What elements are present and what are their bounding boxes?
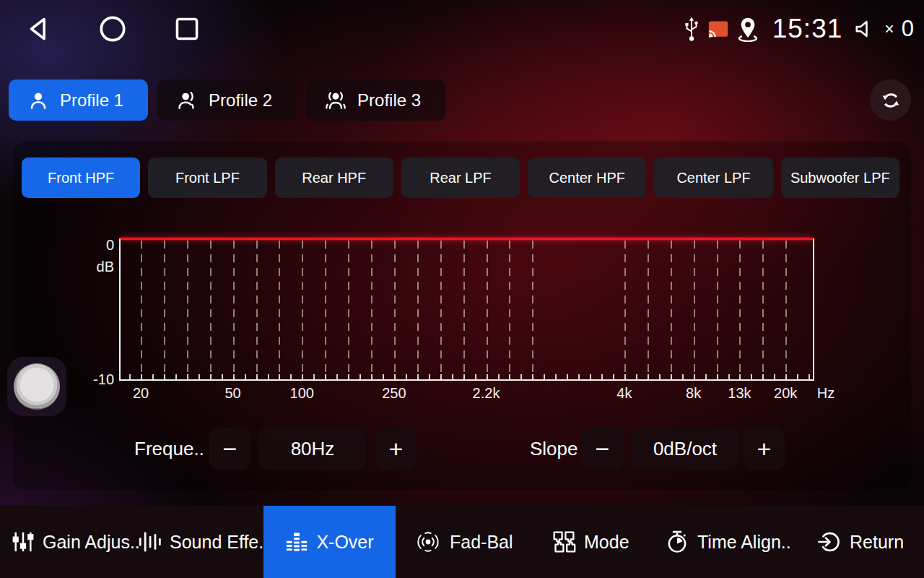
- frequency-gridline: [302, 241, 303, 379]
- plus-icon: +: [389, 435, 404, 463]
- frequency-gridline: [141, 241, 142, 379]
- x-axis-tick: [175, 374, 177, 379]
- x-axis-tick-label: 100: [290, 385, 314, 402]
- x-axis-tick: [302, 374, 303, 379]
- frequency-gridline: [624, 241, 626, 379]
- x-axis-tick: [336, 374, 338, 379]
- tab-label: Center HPF: [549, 170, 625, 186]
- tab-center-hpf[interactable]: Center HPF: [528, 158, 646, 198]
- x-axis-tick: [371, 374, 372, 379]
- x-axis-tick: [406, 374, 407, 379]
- person-group-icon: [325, 90, 346, 111]
- nav-label: Time Align..: [697, 532, 791, 553]
- y-axis-unit-label: dB: [81, 259, 114, 275]
- reset-button[interactable]: [870, 79, 911, 121]
- frequency-plus-button[interactable]: +: [375, 428, 417, 470]
- x-axis-tick: [590, 374, 591, 379]
- back-icon[interactable]: [25, 14, 52, 43]
- x-axis-tick: [141, 374, 142, 379]
- nav-gain-adjust[interactable]: Gain Adjus..: [12, 506, 140, 578]
- tab-label: Center LPF: [676, 170, 750, 186]
- clock: 15:31: [772, 14, 843, 44]
- x-axis-tick: [520, 374, 522, 379]
- frequency-gridline: [717, 241, 718, 379]
- x-axis-tick: [774, 374, 775, 379]
- recents-icon[interactable]: [173, 15, 201, 43]
- slope-plus-button[interactable]: +: [744, 428, 785, 470]
- tab-center-lpf[interactable]: Center LPF: [654, 158, 772, 198]
- x-axis-tick-label: 13k: [728, 385, 751, 402]
- bottom-nav: Gain Adjus.. Sound Effe..: [0, 506, 924, 578]
- x-axis-tick: [567, 374, 568, 379]
- plus-icon: +: [757, 435, 772, 463]
- x-axis-tick: [383, 374, 384, 379]
- nav-return[interactable]: Return: [817, 506, 904, 578]
- tab-front-hpf[interactable]: Front HPF: [22, 158, 140, 198]
- x-axis-tick: [463, 374, 465, 379]
- x-axis-tick: [394, 374, 396, 379]
- x-axis-tick: [245, 374, 246, 379]
- x-axis-tick: [648, 374, 649, 379]
- x-axis-tick: [717, 374, 718, 379]
- frequency-gridline: [440, 241, 442, 379]
- x-axis-tick: [187, 374, 188, 379]
- x-axis-tick: [210, 374, 212, 379]
- nav-label: X-Over: [316, 532, 373, 553]
- x-axis-tick: [256, 374, 258, 379]
- y-axis-max-label: 0: [81, 237, 114, 254]
- profile-3-button[interactable]: Profile 3: [306, 79, 445, 121]
- slope-label: Slope: [530, 428, 578, 470]
- sound-effect-icon: [137, 530, 162, 553]
- frequency-minus-button[interactable]: −: [209, 428, 250, 470]
- home-icon[interactable]: [98, 14, 127, 43]
- tab-label: Subwoofer LPF: [790, 170, 890, 186]
- tab-rear-lpf[interactable]: Rear LPF: [401, 158, 520, 198]
- x-axis-tick: [785, 374, 787, 379]
- nav-label: Return: [850, 532, 904, 553]
- xover-plot[interactable]: [119, 238, 814, 381]
- nav-xover[interactable]: X-Over: [263, 506, 396, 578]
- slope-minus-button[interactable]: −: [582, 428, 623, 470]
- person-switch-icon: [176, 90, 198, 111]
- x-axis-tick: [429, 374, 430, 379]
- slope-value: 0dB/oct: [631, 428, 739, 470]
- nav-mode[interactable]: Mode: [552, 506, 629, 578]
- tab-label: Front HPF: [48, 170, 114, 186]
- x-axis-tick: [762, 374, 764, 379]
- x-axis-tick-label: 4k: [616, 385, 632, 402]
- x-axis-tick-label: 20: [133, 385, 149, 402]
- nav-sound-effect[interactable]: Sound Effe..: [137, 506, 269, 578]
- x-axis-unit-label: Hz: [817, 385, 834, 402]
- x-axis-tick: [325, 374, 326, 379]
- x-axis-tick: [624, 374, 626, 379]
- nav-time-align[interactable]: Time Align..: [665, 506, 791, 578]
- frequency-gridline: [164, 241, 165, 379]
- sync-icon: [880, 90, 902, 111]
- x-axis-tick: [199, 374, 200, 379]
- x-axis-tick: [555, 374, 557, 379]
- tab-rear-hpf[interactable]: Rear HPF: [275, 158, 393, 198]
- profile-row: Profile 1 Profile 2: [9, 79, 445, 121]
- profile-label: Profile 1: [60, 90, 123, 111]
- nav-label: Gain Adjus..: [43, 532, 140, 553]
- tab-front-lpf[interactable]: Front LPF: [148, 158, 266, 198]
- x-axis-tick: [613, 374, 614, 379]
- mode-grid-icon: [552, 530, 576, 554]
- system-nav: [25, 13, 201, 45]
- profile-1-button[interactable]: Profile 1: [9, 79, 148, 121]
- x-axis-tick: [487, 374, 488, 379]
- frequency-gridline: [417, 241, 419, 379]
- floating-knob-button[interactable]: [7, 357, 66, 416]
- xover-screen: 15:31 × 0 Profile 1: [0, 0, 924, 578]
- x-axis-tick: [509, 374, 510, 379]
- nav-fad-bal[interactable]: Fad-Bal: [414, 506, 513, 578]
- fader-balance-icon: [414, 530, 442, 553]
- volume-muted-icon[interactable]: [854, 18, 876, 40]
- tab-subwoofer-lpf[interactable]: Subwoofer LPF: [781, 158, 899, 198]
- frequency-gridline: [671, 241, 672, 379]
- frequency-value: 80Hz: [258, 428, 367, 470]
- stopwatch-icon: [665, 530, 689, 554]
- x-axis-tick: [659, 374, 661, 379]
- x-axis-tick-label: 250: [382, 385, 406, 402]
- profile-2-button[interactable]: Profile 2: [157, 79, 297, 121]
